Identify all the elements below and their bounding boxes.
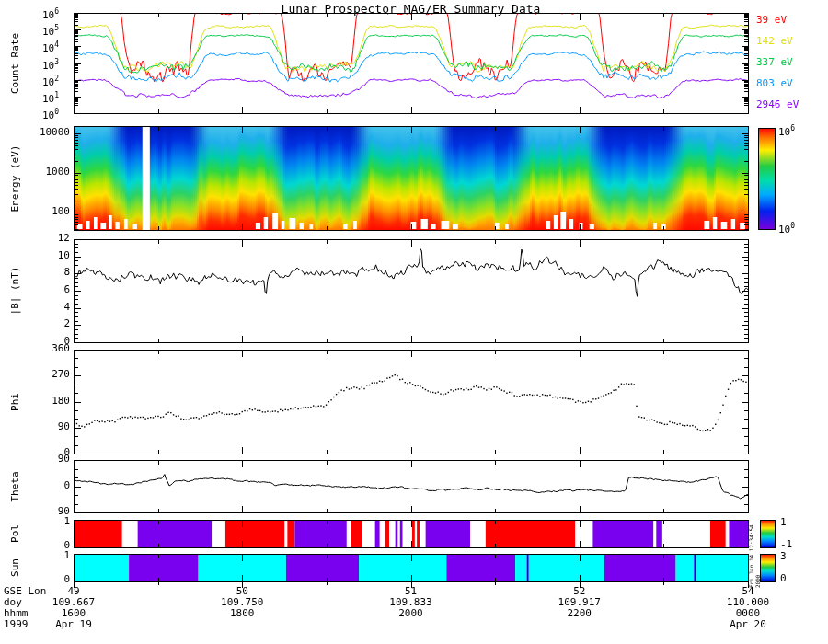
energy-ytick: 10000 — [17, 127, 70, 138]
pol-colorbar-min: -1 — [780, 539, 792, 550]
phi-ytick: 90 — [17, 421, 70, 432]
sun-colorbar-min: 0 — [780, 573, 787, 584]
legend-item: 39 eV — [756, 15, 787, 26]
sun-axis-title: Sun — [9, 558, 21, 577]
sun-ytick: 0 — [17, 574, 70, 585]
bmag-ytick: 2 — [17, 318, 70, 329]
sun-ytick: 1 — [17, 550, 70, 561]
bmag-ytick: 8 — [17, 267, 70, 278]
bmag-ytick: 12 — [17, 233, 70, 244]
axis-tick-value: Apr 20 — [707, 619, 789, 630]
bmag-axis-title: |B| (nT) — [9, 267, 21, 316]
axis-tick-value: 2200 — [538, 608, 621, 619]
legend-item: 803 eV — [756, 78, 793, 89]
count-rate-ytick: 101 — [42, 90, 59, 105]
pol-axis-title: Pol — [9, 524, 21, 543]
theta-axis-title: Theta — [9, 471, 21, 501]
phi-axis-title: Phi — [9, 393, 21, 411]
sun-colorbar-max: 3 — [780, 551, 787, 562]
bmag-ytick: 4 — [17, 302, 70, 313]
count-rate-axis-title: Count Rate — [9, 32, 21, 93]
axis-tick-value: 2000 — [370, 608, 453, 619]
axis-row-header: 1999 — [4, 619, 29, 630]
theta-ytick: 90 — [17, 454, 70, 465]
count-rate-ytick: 102 — [42, 74, 59, 88]
energy-axis-title: Energy (eV) — [9, 144, 21, 212]
page-title: Lunar Prospector MAG/ER Summary Data — [74, 2, 748, 16]
legend-item: 142 eV — [756, 36, 793, 47]
bmag-ytick: 10 — [17, 250, 70, 261]
timestamp-note: Fri Jan 14 12:34:54 2000 — [748, 516, 761, 588]
energy-ytick: 1000 — [17, 167, 70, 178]
axis-tick-value: 1800 — [201, 608, 283, 619]
energy-ytick: 100 — [17, 206, 70, 217]
phi-ytick: 360 — [17, 343, 70, 354]
legend-item: 2946 eV — [756, 99, 799, 110]
colorbar-max-label: 106 — [778, 123, 795, 138]
pol-ytick: 1 — [17, 516, 70, 527]
count-rate-ytick: 106 — [42, 6, 59, 21]
phi-ytick: 180 — [17, 396, 70, 407]
count-rate-ytick: 104 — [42, 40, 59, 54]
phi-ytick: 270 — [17, 369, 70, 380]
pol-colorbar-max: 1 — [780, 517, 787, 528]
colorbar-min-label: 100 — [778, 221, 795, 236]
bmag-ytick: 6 — [17, 284, 70, 295]
count-rate-ytick: 100 — [42, 107, 59, 121]
count-rate-ytick: 105 — [42, 23, 59, 38]
plots-canvas — [0, 0, 828, 644]
theta-ytick: 0 — [17, 480, 70, 491]
lunar-prospector-summary-window: Lunar Prospector MAG/ER Summary Data Fri… — [0, 0, 828, 644]
axis-tick-value: Apr 19 — [32, 619, 115, 630]
count-rate-ytick: 103 — [42, 57, 59, 72]
legend-item: 337 eV — [756, 57, 793, 68]
